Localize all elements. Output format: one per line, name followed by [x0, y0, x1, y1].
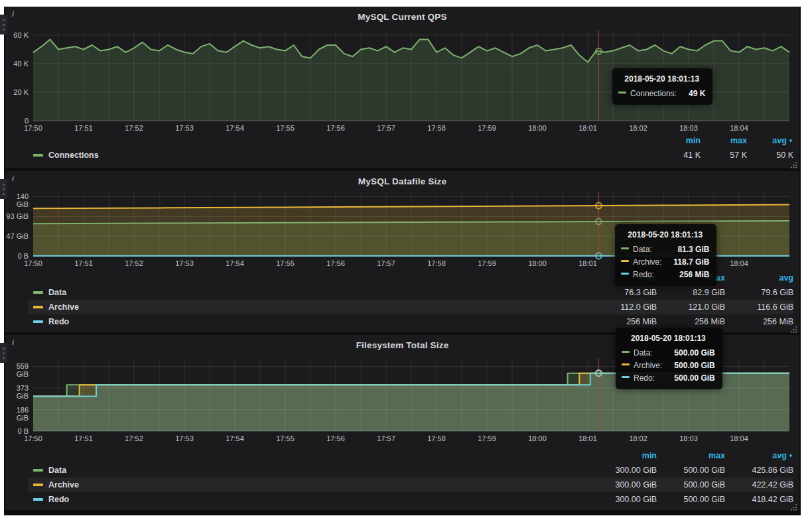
- x-axis-label: 18:00: [523, 124, 552, 132]
- x-axis-label: 17:50: [19, 259, 48, 267]
- tooltip-series-row: Redo:500.00 GiB: [622, 371, 715, 384]
- x-axis-label: 17:51: [69, 124, 98, 132]
- series-color-dash-icon: [33, 498, 43, 501]
- legend-stat-value: 121.0 GiB: [657, 300, 725, 314]
- legend-sort-avg[interactable]: avg: [725, 271, 793, 285]
- legend-row: Redo256 MiB256 MiB256 MiB: [28, 314, 793, 329]
- legend-series-archive[interactable]: Archive: [48, 480, 79, 489]
- tooltip-series-row: Connections:49 K: [618, 87, 705, 99]
- legend-stat-value: 418.42 GiB: [725, 492, 793, 507]
- x-axis-label: 17:53: [170, 124, 199, 132]
- x-axis-label: 18:02: [624, 434, 653, 442]
- legend-stat-value: 422.42 GiB: [725, 478, 793, 492]
- series-color-dash-icon: [33, 154, 43, 157]
- legend-stat-value: 425.86 GiB: [725, 463, 793, 478]
- legend-row: Data76.3 GiB82.9 GiB79.6 GiB: [28, 285, 793, 300]
- legend-series-redo[interactable]: Redo: [48, 317, 69, 326]
- legend-series-redo[interactable]: Redo: [48, 495, 69, 504]
- x-axis-label: 18:01: [573, 124, 602, 132]
- y-axis-label: 20 K: [5, 88, 29, 96]
- legend-stat-value: 82.9 GiB: [657, 285, 725, 300]
- caret-down-icon: ▼: [787, 138, 793, 144]
- legend-series-connections[interactable]: Connections: [48, 151, 99, 160]
- legend-stat-value: 50 K: [747, 148, 793, 162]
- legend-stat-value: 256 MiB: [657, 314, 725, 329]
- x-axis-label: 17:50: [19, 434, 48, 442]
- x-axis-label: 17:55: [271, 259, 300, 267]
- legend-header-row: minmaxavg ▼: [28, 133, 793, 148]
- panel-drag-handle[interactable]: [0, 343, 7, 363]
- panel-title[interactable]: MySQL Current QPS: [5, 12, 799, 22]
- legend-stat-value: 300.00 GiB: [588, 492, 657, 507]
- x-axis-label: 17:57: [372, 259, 401, 267]
- x-axis-label: 17:58: [422, 259, 451, 267]
- panel-title[interactable]: MySQL Datafile Size: [5, 176, 799, 186]
- legend-row: Archive112.0 GiB121.0 GiB116.6 GiB: [28, 300, 793, 314]
- tooltip-series-name: Redo:: [633, 270, 654, 279]
- series-color-dash-icon: [622, 363, 630, 365]
- legend-stat-value: 300.00 GiB: [588, 478, 657, 492]
- legend-sort-max[interactable]: max: [657, 448, 725, 463]
- x-axis-label: 17:59: [472, 434, 502, 442]
- y-axis-label: 559 GiB: [5, 362, 29, 378]
- series-color-dash-icon: [33, 320, 43, 323]
- tooltip-series-name: Archive:: [634, 361, 662, 370]
- panel-resize-handle[interactable]: [790, 159, 797, 166]
- series-color-dash-icon: [621, 260, 629, 262]
- legend-series-data[interactable]: Data: [48, 288, 66, 297]
- legend-stat-value: 300.00 GiB: [588, 463, 657, 478]
- legend-stat-value: 256 MiB: [588, 314, 657, 329]
- x-axis-label: 18:02: [624, 124, 653, 132]
- panel-resize-handle[interactable]: [790, 501, 797, 509]
- graph-tooltip: 2018-05-20 18:01:13Data:81.3 GiBArchive:…: [615, 224, 716, 286]
- tooltip-series-row: Data:81.3 GiB: [621, 243, 709, 255]
- x-axis-label: 17:55: [271, 124, 300, 132]
- panel-resize-handle[interactable]: [790, 324, 797, 331]
- x-axis-label: 17:55: [271, 434, 300, 442]
- legend-header-row: minmaxavg ▼: [28, 448, 793, 463]
- x-axis-label: 17:54: [220, 434, 249, 442]
- legend-series-archive[interactable]: Archive: [48, 302, 79, 312]
- tooltip-series-name: Archive:: [633, 257, 661, 267]
- panel-drag-handle[interactable]: [0, 179, 7, 199]
- tooltip-series-value: 500.00 GiB: [662, 348, 714, 358]
- y-axis-label: 373 GiB: [5, 384, 29, 400]
- x-axis-label: 17:52: [119, 124, 149, 132]
- x-axis-label: 18:04: [724, 259, 754, 267]
- x-axis-label: 17:56: [321, 124, 350, 132]
- x-axis-label: 17:50: [19, 124, 48, 132]
- y-axis-label: 60 K: [5, 31, 29, 39]
- x-axis-label: 17:56: [321, 259, 350, 267]
- legend-stat-value: 112.0 GiB: [588, 300, 657, 314]
- tooltip-series-row: Archive:500.00 GiB: [622, 359, 715, 371]
- x-axis-label: 17:53: [170, 259, 199, 267]
- legend-sort-max[interactable]: max: [701, 133, 747, 148]
- series-color-dash-icon: [621, 247, 629, 249]
- y-axis-label: 93 GiB: [5, 212, 29, 220]
- legend-sort-min[interactable]: min: [588, 448, 657, 463]
- y-axis-label: 47 GiB: [5, 232, 29, 240]
- panel-drag-handle[interactable]: [0, 15, 7, 34]
- x-axis-label: 17:51: [69, 434, 98, 442]
- x-axis-label: 17:57: [372, 124, 401, 132]
- legend-series-data[interactable]: Data: [48, 466, 66, 475]
- legend-row: Data300.00 GiB500.00 GiB425.86 GiB: [28, 463, 793, 478]
- legend-row: Connections41 K57 K50 K: [28, 148, 793, 162]
- series-color-dash-icon: [33, 291, 43, 294]
- legend-sort-avg[interactable]: avg ▼: [747, 133, 793, 148]
- x-axis-label: 17:53: [170, 434, 199, 442]
- y-axis-label: 186 GiB: [5, 406, 29, 422]
- chart-legend: minmaxavg ▼Data300.00 GiB500.00 GiB425.8…: [28, 448, 793, 507]
- tooltip-series-name: Connections:: [630, 89, 677, 98]
- tooltip-series-value: 500.00 GiB: [662, 373, 714, 383]
- series-color-dash-icon: [618, 92, 626, 94]
- tooltip-timestamp: 2018-05-20 18:01:13: [622, 332, 715, 346]
- legend-sort-min[interactable]: min: [654, 133, 701, 148]
- x-axis-label: 18:00: [523, 259, 552, 267]
- x-axis-label: 18:04: [724, 124, 754, 132]
- legend-stat-value: 500.00 GiB: [657, 492, 725, 507]
- legend-sort-avg[interactable]: avg ▼: [725, 448, 793, 463]
- legend-stat-value: 500.00 GiB: [657, 463, 725, 478]
- tooltip-series-row: Archive:118.7 GiB: [621, 255, 709, 268]
- legend-stat-value: 500.00 GiB: [657, 478, 725, 492]
